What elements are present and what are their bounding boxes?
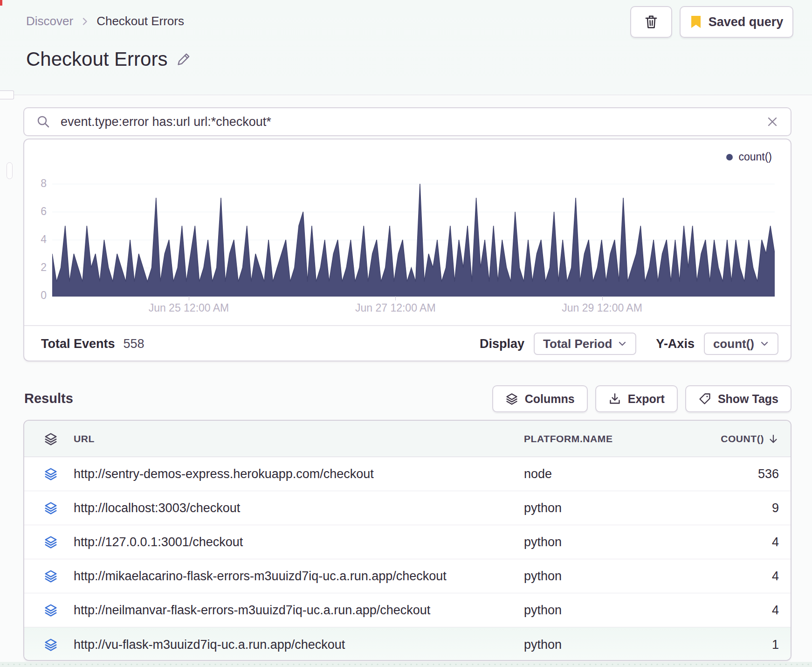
breadcrumb-current: Checkout Errors: [96, 14, 184, 28]
stack-icon: [505, 392, 518, 405]
total-events-label: Total Events: [41, 337, 115, 351]
saved-query-button[interactable]: Saved query: [680, 6, 793, 38]
column-header-count-label: COUNT(): [721, 433, 764, 445]
url-cell: http://neilmanvar-flask-errors-m3uuizd7i…: [74, 603, 430, 618]
table-row[interactable]: http://sentry-demos-express.herokuapp.co…: [24, 457, 791, 491]
search-icon: [36, 115, 50, 129]
x-axis-tick-label: Jun 27 12:00 AM: [321, 302, 470, 314]
sort-descending-icon: [768, 433, 779, 445]
window-edge-artifact: [0, 0, 2, 6]
platform-cell: python: [524, 535, 562, 549]
platform-cell: python: [524, 569, 562, 584]
count-cell: 4: [772, 535, 779, 549]
edit-pencil-icon[interactable]: [176, 51, 192, 67]
results-table: URL PLATFORM.NAME COUNT() http://sentry-…: [23, 420, 791, 661]
yaxis-dropdown-value: count(): [713, 337, 754, 351]
stack-icon[interactable]: [44, 603, 58, 617]
table-row[interactable]: http://vu-flask-m3uuizd7iq-uc.a.run.app/…: [24, 627, 791, 661]
breadcrumb: Discover Checkout Errors: [26, 14, 184, 28]
y-axis-tick: 2: [28, 261, 47, 274]
y-axis-tick: 4: [28, 233, 47, 246]
export-button[interactable]: Export: [595, 385, 678, 412]
breadcrumb-discover-link[interactable]: Discover: [26, 14, 73, 28]
legend-label: count(): [738, 151, 772, 163]
display-label: Display: [480, 337, 524, 351]
y-axis-tick: 6: [28, 205, 47, 218]
count-cell: 4: [772, 603, 779, 618]
stack-icon[interactable]: [44, 569, 58, 583]
stack-icon[interactable]: [44, 638, 58, 652]
count-cell: 9: [772, 501, 779, 515]
show-tags-button[interactable]: Show Tags: [685, 385, 791, 412]
count-cell: 4: [772, 569, 779, 584]
sidebar-collapse-handle[interactable]: [0, 90, 14, 99]
saved-query-label: Saved query: [709, 15, 784, 29]
yaxis-label: Y-Axis: [656, 337, 695, 351]
count-cell: 536: [758, 467, 779, 481]
y-axis-tick: 0: [28, 289, 47, 302]
column-header-platform[interactable]: PLATFORM.NAME: [524, 433, 613, 445]
stack-icon[interactable]: [44, 535, 58, 549]
x-axis-tick-label: Jun 25 12:00 AM: [114, 302, 263, 314]
column-header-count[interactable]: COUNT(): [721, 433, 779, 445]
search-query-input[interactable]: event.type:error has:url url:*checkout*: [61, 115, 766, 129]
x-axis-tick-mark: [189, 296, 189, 300]
table-row[interactable]: http://mikaelacarino-flask-errors-m3uuiz…: [24, 559, 791, 593]
header-divider: [0, 95, 812, 95]
events-chart-panel: count() 8 6 4 2 0 Jun 25 12:00 AMJun 27 …: [23, 139, 791, 361]
total-events-value: 558: [124, 337, 145, 351]
url-cell: http://127.0.0.1:3001/checkout: [74, 535, 243, 549]
yaxis-dropdown[interactable]: count(): [704, 333, 778, 355]
chevron-down-icon: [618, 339, 627, 348]
columns-button[interactable]: Columns: [492, 385, 588, 412]
stack-icon[interactable]: [44, 432, 58, 446]
export-button-label: Export: [628, 392, 665, 406]
download-icon: [608, 392, 621, 405]
count-area-chart[interactable]: [52, 184, 775, 297]
table-row[interactable]: http://neilmanvar-flask-errors-m3uuizd7i…: [24, 593, 791, 627]
display-dropdown[interactable]: Total Period: [534, 333, 636, 355]
url-cell: http://mikaelacarino-flask-errors-m3uuiz…: [74, 569, 447, 584]
display-dropdown-value: Total Period: [543, 337, 612, 351]
show-tags-button-label: Show Tags: [718, 392, 778, 406]
url-cell: http://sentry-demos-express.herokuapp.co…: [74, 467, 374, 481]
platform-cell: node: [524, 467, 552, 481]
x-axis-tick-mark: [395, 296, 396, 300]
url-cell: http://localhost:3003/checkout: [74, 501, 240, 515]
page-bottom-pattern: [0, 662, 812, 667]
column-header-url[interactable]: URL: [74, 433, 95, 445]
table-row[interactable]: http://localhost:3003/checkoutpython9: [24, 491, 791, 525]
bookmark-icon: [690, 15, 702, 29]
tag-icon: [698, 392, 711, 405]
table-header-row: URL PLATFORM.NAME COUNT(): [24, 421, 791, 457]
search-bar[interactable]: event.type:error has:url url:*checkout*: [23, 107, 791, 136]
count-cell: 1: [772, 637, 779, 652]
platform-cell: python: [524, 637, 562, 652]
legend-dot-icon: [726, 154, 733, 160]
columns-button-label: Columns: [525, 392, 575, 406]
stack-icon[interactable]: [44, 501, 58, 515]
chart-legend[interactable]: count(): [726, 151, 772, 163]
table-row[interactable]: http://127.0.0.1:3001/checkoutpython4: [24, 525, 791, 559]
y-axis-tick: 8: [28, 177, 47, 190]
chevron-down-icon: [760, 339, 769, 348]
page-title: Checkout Errors: [26, 48, 167, 70]
platform-cell: python: [524, 603, 562, 618]
left-edge-handle[interactable]: [7, 162, 13, 179]
clear-search-icon[interactable]: [766, 116, 778, 128]
stack-icon[interactable]: [44, 467, 58, 481]
x-axis-tick-mark: [602, 296, 603, 300]
chevron-right-icon: [80, 16, 90, 27]
url-cell: http://vu-flask-m3uuizd7iq-uc.a.run.app/…: [74, 637, 345, 652]
chart-footer: Total Events 558 Display Total Period Y-…: [24, 325, 791, 361]
platform-cell: python: [524, 501, 562, 515]
delete-query-button[interactable]: [630, 6, 672, 38]
table-body: http://sentry-demos-express.herokuapp.co…: [24, 457, 791, 661]
x-axis-tick-label: Jun 29 12:00 AM: [528, 302, 677, 314]
trash-icon: [644, 14, 659, 30]
